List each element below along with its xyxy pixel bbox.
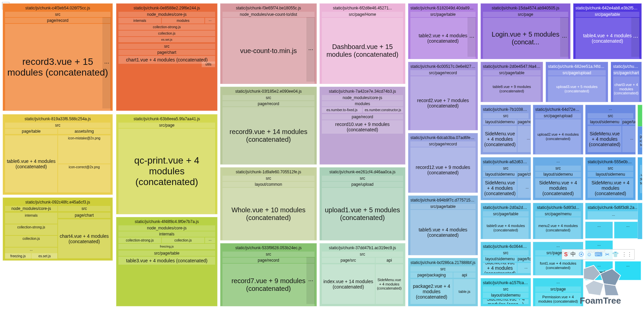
more-icon[interactable]: ··· <box>306 257 315 304</box>
path-segment: layout/sidemenu <box>535 172 581 177</box>
treemap-cell[interactable]: static/js/chunk-4f48f8c4.9f0e7b7a.jsnode… <box>116 217 217 306</box>
treemap-cell[interactable]: src/page/chartchart2.vue + 4 modules (co… <box>638 157 642 200</box>
treemap-cell[interactable]: static/js/chunk-7b1038ad.2d76afc8.jssrcl… <box>481 105 531 154</box>
module-name: es.set.js <box>118 37 215 42</box>
more-icon[interactable]: ··· <box>631 17 640 57</box>
treemap-cell[interactable]: static/js/chunk-63b8eea5.9fa7aa41.jssrc/… <box>116 114 217 214</box>
treemap-cell[interactable]: static/js/chunk-b94b9f7c.d7757159.jssrc/… <box>408 195 478 255</box>
module-main: vue-count-to.min.js <box>222 18 314 84</box>
treemap-cell[interactable]: static/js/chunk-5d6f3d...src/page/menume… <box>533 203 583 239</box>
treemap-cell[interactable]: static/js/chunk-6f2d8e46.45271...src/pag… <box>319 3 405 84</box>
chunk-title: static/js/chunk-6dcab3ba.07ad6fe3.js <box>410 135 476 141</box>
treemap-cell[interactable]: src/page/packagingpackage1.vue + 4 modul… <box>638 126 642 154</box>
treemap-cell[interactable]: static/js/chunk-bcf286ca.217888bf.jssrcp… <box>408 258 478 306</box>
chunk-title: static/js/chunk-7a42ce7e.34cd74b3.js <box>322 88 403 95</box>
treemap-cell[interactable]: static/js/chunk-74b53b35.a5a8687f.js <box>638 203 642 239</box>
treemap-cell[interactable]: static/js/chunk-682ee51a.f4fd3276.jssrc/… <box>546 62 608 102</box>
treemap-cell[interactable]: static/js/chunk-555e0b7a.aa1cf167.jssrcl… <box>585 157 636 200</box>
path-segment: src/page/table <box>118 251 215 256</box>
path-segment: page/record <box>222 258 314 263</box>
treemap-cell[interactable]: static/js/chunk-6dcab3ba.07ad6fe3.jssrc/… <box>408 133 478 193</box>
treemap-cell[interactable]: ···srclayout/sidemenuSideMenu.vue + 4 mo… <box>585 105 636 154</box>
path-segment: src <box>5 12 110 17</box>
treemap-cell[interactable]: ··· <box>585 222 613 238</box>
module-main: upload3.vue + 5 modules (concatenated) <box>548 76 606 102</box>
more-icon[interactable]: ··· <box>560 17 569 57</box>
treemap-cell[interactable]: static/js/chunk-642e4ab8.e3b2f507.jssrc/… <box>573 3 642 59</box>
path-segment: src/page/record <box>410 70 476 76</box>
treemap-cell[interactable]: static/js/chunk-819a33f6.588c254a.jssrcp… <box>3 114 113 195</box>
more-icon[interactable]: ··· <box>306 17 315 82</box>
path-segment: src <box>5 123 110 128</box>
treemap-cell[interactable]: static/js/chunk-a62d63d6.c0973287.jssrcl… <box>481 157 531 200</box>
treemap-cell[interactable]: static/js/chunk-2d0a2d29.522c3527.jssrc/… <box>481 203 531 239</box>
chunk-title: static/js/chunk-2d0e4547.f4a4f0f8.js <box>483 63 541 70</box>
treemap-cell[interactable]: static/js/chunk-092c48fc.e45a6cf3.jsnode… <box>3 197 113 261</box>
treemap-cell[interactable]: static/js/chunk-5d6f3d8.2aa6c8e.js··· <box>585 203 642 220</box>
chunk-title: static/js/chunk-15da4574.ab940505.js <box>483 5 568 12</box>
path-segment: src <box>118 44 215 49</box>
more-icon[interactable]: ··· <box>205 18 215 24</box>
treemap-cell[interactable]: static/js/chunk-37dd47b1.ac319ec9.jssrcp… <box>319 243 405 306</box>
module-main: upload1.vue + 5 modules (concatenated) <box>322 188 403 240</box>
treemap-cell[interactable]: static/js/chunk-0e8588e2.29f6e244.jsnode… <box>116 3 217 111</box>
path-segment: modules <box>322 101 403 106</box>
treemap-cell[interactable]: static/js/chunk-6c00517c.0e6e8274.jssrc/… <box>408 62 478 130</box>
path-segment: src/page/table <box>483 70 541 76</box>
path-segment: src/page/table <box>410 12 476 17</box>
chunk-title: static/js/chunk-1d9afe60.705512fe.js <box>222 169 314 176</box>
chunk-title: static/js/chunk-a157fca2.aa242067.js <box>483 280 529 286</box>
path-segment: src/page/menu <box>535 211 581 217</box>
treemap-cell[interactable]: static/js/chunk-03f185e2.e090ee04.jssrcp… <box>220 87 317 165</box>
path-segment: page/record <box>517 119 531 125</box>
more-icon[interactable]: ··· <box>102 17 111 108</box>
module-main: ··· <box>517 126 531 152</box>
module-name: es.number.constructor.js <box>363 107 403 113</box>
path-segment: node_modules/core-js <box>322 95 403 100</box>
module-main: menu2.vue + 4 modules (concatenated) <box>535 217 581 239</box>
svg-marker-2 <box>585 280 604 296</box>
chunk-title: ··· <box>616 223 639 230</box>
module-name: freezing.js <box>118 244 215 249</box>
more-icon[interactable]: ··· <box>467 17 476 57</box>
treemap-cell[interactable]: static/js/chunk-6c0644ac.4bef8986.jssrcl… <box>481 242 531 275</box>
svg-marker-0 <box>584 265 600 280</box>
treemap-cell[interactable]: static/js/chunk-7a42ce7e.34cd74b3.jsnode… <box>319 87 405 165</box>
path-segment: page/table <box>5 129 57 134</box>
module-main: record2.vue + 7 modules (concatenated) <box>410 76 476 130</box>
treemap-cell[interactable]: static/js/chunk-a157fca2.aa242067.jssrcl… <box>481 278 531 306</box>
path-segment: layout/sidemenu <box>483 256 517 262</box>
path-segment: layout/common <box>222 182 314 187</box>
treemap-cell[interactable]: static/js/chunk-2d0e4547.f4a4f0f8.jssrc/… <box>481 62 543 102</box>
path-segment: page/record <box>322 114 403 120</box>
treemap-cell[interactable]: static/js/chunk-2d22146f.064dee2e.jssrc/… <box>611 62 642 102</box>
chunk-title: ··· <box>588 106 633 113</box>
treemap-cell[interactable]: ···srclayout/sidemenuSideMenu.vue + 4 mo… <box>533 157 583 200</box>
module-main: ··· <box>622 126 636 152</box>
more-icon[interactable]: ··· <box>205 237 215 243</box>
path-segment: src <box>222 95 314 100</box>
treemap-cell[interactable]: static/js/chunk-15da4574.ab940505.jssrc/… <box>481 3 571 59</box>
treemap-cell[interactable]: static/js/chunk-64d72e15.35184cce.jssrc/… <box>533 105 583 154</box>
module-main: record10.vue + 9 modules (concatenated) <box>322 120 403 134</box>
module-name: internals <box>118 18 161 24</box>
treemap-cell[interactable]: static/js/chunk-f3e65f74.be18055c.jsnode… <box>220 3 317 84</box>
treemap-cell[interactable]: static/js/chunk-1d9afe60.705512fe.jssrcl… <box>220 167 317 240</box>
path-segment: page/upload <box>322 182 403 187</box>
chunk-title: static/js/chunk-555e0b7a.aa1cf167.js <box>588 159 633 166</box>
path-segment: src/page <box>483 12 568 17</box>
module-main: qc-print.vue + 4 modules (concatenated) <box>118 129 215 214</box>
treemap-cell[interactable]: static/js/chunk-533f9628.053b24ec.jssrcp… <box>220 243 317 306</box>
treemap-cell[interactable]: static/js/chunk-5182049d.40da89cc.jssrc/… <box>408 3 478 59</box>
foamtree-logo-text: FoamTree <box>580 296 621 306</box>
foamtree-logo: FoamTree <box>563 256 637 306</box>
path-segment: node_modules/core-js <box>5 206 57 211</box>
treemap-cell[interactable]: static/js/chunk-ee261cf4.d46aa0ca.jssrcp… <box>319 167 405 240</box>
module-main: package1.vue + 4 modules (concatenated) <box>640 134 642 147</box>
module-name: collection.js <box>118 31 215 36</box>
chunk-title: ··· <box>588 223 610 230</box>
chunk-title: static/js/chunk-5182049d.40da89cc.js <box>410 5 476 12</box>
module-main: SideMenu.vue + 4 modules (concatenated) <box>483 178 517 198</box>
treemap-cell[interactable]: static/js/chunk-c4f3eb54.026f75cc.jssrcp… <box>3 3 113 111</box>
module-main: ··· <box>517 178 531 198</box>
